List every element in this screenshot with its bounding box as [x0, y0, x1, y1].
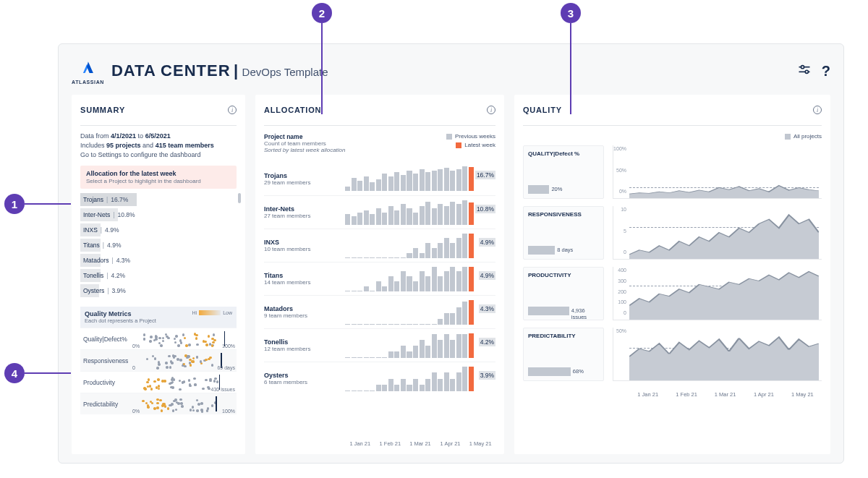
- summary-panel: SUMMARY i Data from 4/1/2021 to 6/5/2021…: [72, 95, 245, 454]
- page-title: DATA CENTER: [111, 61, 231, 80]
- allocation-panel: ALLOCATION i Project name Count of team …: [255, 95, 504, 454]
- summary-info-icon[interactable]: i: [228, 106, 237, 114]
- quality-stat-card: RESPONSIVENESS8 days: [523, 206, 604, 260]
- header-actions: ?: [797, 62, 830, 80]
- allocation-row[interactable]: Matadors9 team members4.3%: [264, 295, 495, 328]
- atlassian-wordmark: ATLASSIAN: [72, 80, 104, 85]
- atlassian-icon: [77, 58, 98, 78]
- callout-4: 4: [4, 363, 25, 383]
- summary-meta: Data from 4/1/2021 to 6/5/2021 Includes …: [80, 132, 237, 160]
- callout-3: 3: [561, 3, 581, 23]
- quality-x-axis: 1 Jan 211 Feb 211 Mar 211 Apr 211 May 21: [613, 391, 822, 398]
- quality-metrics-header: Quality Metrics Each dot represents a Pr…: [80, 307, 237, 328]
- quality-title: QUALITY: [523, 106, 562, 114]
- project-row[interactable]: Titans|4.9%: [80, 239, 237, 252]
- callout-1-line: [25, 203, 71, 205]
- project-list-scrollbar[interactable]: [238, 193, 241, 203]
- svg-marker-7: [629, 337, 819, 380]
- quality-info-icon[interactable]: i: [813, 106, 822, 114]
- settings-icon[interactable]: [797, 62, 812, 80]
- quality-panel: QUALITY i All projects QUALITY|Defect %2…: [514, 95, 830, 454]
- svg-point-1: [801, 66, 804, 69]
- allocation-row[interactable]: Tonellis12 team members4.2%: [264, 328, 495, 362]
- quality-trend-row: PRODUCTIVITY4,936 issues4003002001000: [523, 267, 822, 320]
- allocation-legend: Previous weeks Latest week: [446, 133, 495, 153]
- quality-scale-gradient: [199, 310, 221, 315]
- allocation-row[interactable]: Inter-Nets27 team members10.8%: [264, 195, 495, 229]
- quality-trend-chart: 100%50%0%: [613, 145, 822, 199]
- quality-trend-row: QUALITY|Defect %20%100%50%0%: [523, 145, 822, 199]
- callout-4-line: [25, 372, 71, 374]
- atlassian-logo: ATLASSIAN: [72, 58, 104, 85]
- dashboard-frame: ATLASSIAN DATA CENTER | DevOps Template …: [58, 43, 844, 464]
- project-row[interactable]: Trojans|16.7%: [80, 193, 237, 206]
- callout-3-line: [570, 23, 571, 114]
- quality-metric-row: Quality|Defect%0%100%: [80, 328, 237, 349]
- quality-metric-row: Predictability0%100%: [80, 393, 237, 414]
- quality-metrics-rows: Quality|Defect%0%100%Responsiveness069 d…: [80, 328, 237, 414]
- quality-metric-row: Productivity430 issues: [80, 371, 237, 393]
- dashboard-header: ATLASSIAN DATA CENTER | DevOps Template …: [72, 54, 830, 88]
- allocation-banner-sub: Select a Project to highlight in the das…: [86, 178, 231, 184]
- project-row[interactable]: Oysters|3.9%: [80, 284, 237, 297]
- allocation-rows: Trojans29 team members16.7%Inter-Nets27 …: [264, 162, 495, 438]
- quality-stat-card: QUALITY|Defect %20%: [523, 145, 604, 199]
- title-divider: |: [234, 61, 239, 80]
- allocation-banner-title: Allocation for the latest week: [86, 170, 231, 177]
- project-row[interactable]: Tonellis|4.2%: [80, 269, 237, 282]
- page-subtitle: DevOps Template: [242, 66, 328, 78]
- svg-marker-5: [629, 215, 819, 259]
- allocation-row[interactable]: Trojans29 team members16.7%: [264, 162, 495, 195]
- quality-trend-chart: 1050: [613, 206, 822, 260]
- quality-trend-row: PREDICTABILITY68%50%: [523, 328, 822, 381]
- quality-stat-card: PRODUCTIVITY4,936 issues: [523, 267, 604, 320]
- quality-legend: All projects: [523, 133, 822, 140]
- quality-trend-chart: 4003002001000: [613, 267, 822, 320]
- allocation-label: Project name: [264, 133, 346, 140]
- project-row[interactable]: INXS|4.9%: [80, 223, 237, 236]
- allocation-title: ALLOCATION: [264, 106, 321, 114]
- allocation-x-axis: 1 Jan 211 Feb 211 Mar 211 Apr 211 May 21: [264, 440, 495, 447]
- project-row[interactable]: Inter-Nets|10.8%: [80, 208, 237, 221]
- callout-2: 2: [312, 3, 332, 23]
- project-row[interactable]: Matadors|4.3%: [80, 254, 237, 267]
- project-list: Trojans|16.7%Inter-Nets|10.8%INXS|4.9%Ti…: [80, 193, 237, 299]
- svg-point-3: [805, 70, 808, 73]
- allocation-row[interactable]: Oysters6 team members3.9%: [264, 362, 495, 395]
- allocation-banner: Allocation for the latest week Select a …: [80, 166, 237, 189]
- allocation-row[interactable]: INXS10 team members4.9%: [264, 229, 495, 262]
- allocation-row[interactable]: Titans14 team members4.9%: [264, 262, 495, 295]
- callout-2-line: [321, 23, 323, 114]
- summary-title: SUMMARY: [80, 106, 125, 114]
- quality-stat-card: PREDICTABILITY68%: [523, 328, 604, 381]
- page-title-block: DATA CENTER | DevOps Template: [111, 61, 328, 80]
- quality-metric-row: Responsiveness069 days: [80, 349, 237, 371]
- quality-trend-row: RESPONSIVENESS8 days1050: [523, 206, 822, 260]
- help-icon[interactable]: ?: [822, 63, 830, 80]
- callout-1: 1: [4, 194, 25, 214]
- quality-trend-chart: 50%: [613, 328, 822, 381]
- allocation-info-icon[interactable]: i: [487, 106, 495, 114]
